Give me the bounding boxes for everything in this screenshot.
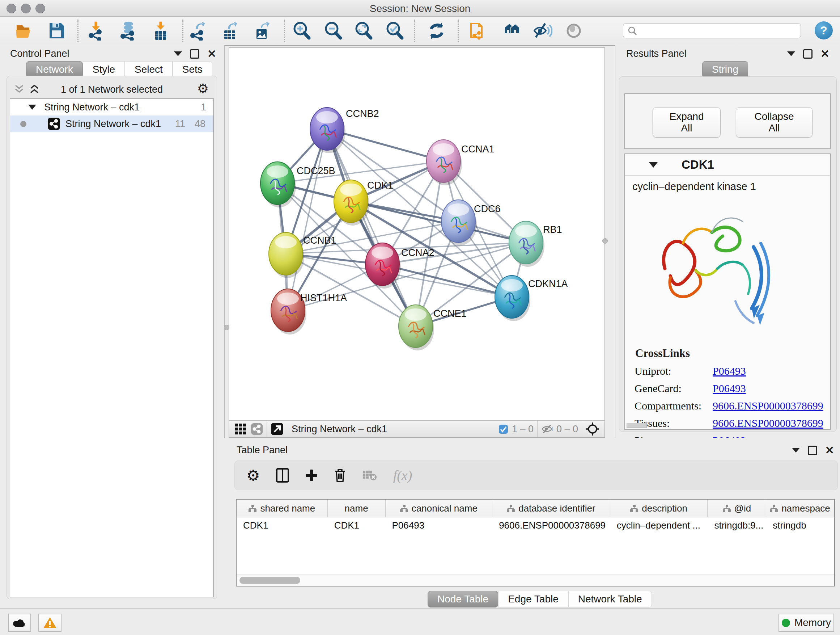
- refresh-icon[interactable]: [426, 20, 447, 41]
- table-hscrollbar[interactable]: [237, 575, 834, 586]
- column-header-description[interactable]: description: [610, 500, 708, 517]
- hide-selected-icon[interactable]: [532, 20, 553, 41]
- vertical-splitter-handle[interactable]: [602, 238, 608, 244]
- table-cell[interactable]: cyclin–dependent ...: [610, 517, 708, 533]
- panel-close-icon[interactable]: ✕: [207, 50, 216, 57]
- column-header-shared-name[interactable]: shared name: [237, 500, 328, 517]
- home-networks-icon[interactable]: [500, 20, 521, 41]
- table-cell[interactable]: stringdb: [766, 517, 834, 533]
- string-import-icon[interactable]: [468, 20, 489, 41]
- hscrollbar-thumb[interactable]: [240, 577, 300, 584]
- network-collection-row[interactable]: String Network – cdk1 1: [10, 99, 213, 116]
- memory-label: Memory: [794, 617, 831, 629]
- panel-menu-icon[interactable]: [174, 51, 182, 56]
- tab-string[interactable]: String: [702, 61, 748, 78]
- toolbar-divider: [284, 19, 285, 42]
- panel-float-icon[interactable]: [190, 49, 199, 59]
- table-cell[interactable]: CDK1: [237, 517, 328, 533]
- network-view[interactable]: CCNB2CCNA1CDC25BCDK1CDC6RB1CCNB1CCNA2CDK…: [229, 48, 605, 438]
- zoom-fit-icon[interactable]: [353, 20, 374, 41]
- vertical-splitter-handle[interactable]: [224, 325, 229, 330]
- birdseye-grid-icon[interactable]: [235, 423, 246, 435]
- cytoscape-window: Session: New Session: [0, 0, 840, 635]
- protein-card-header[interactable]: CDK1: [625, 154, 830, 176]
- zoom-out-icon[interactable]: [323, 20, 344, 41]
- crosslink-link[interactable]: P06493: [713, 382, 746, 394]
- delete-column-icon[interactable]: [334, 468, 346, 483]
- table-settings-gear-icon[interactable]: ⚙: [246, 467, 260, 485]
- tab-node-table[interactable]: Node Table: [428, 591, 498, 608]
- tab-network-table[interactable]: Network Table: [568, 591, 652, 608]
- network-node-ccna1[interactable]: [426, 140, 462, 185]
- network-node-ccnb2[interactable]: [310, 108, 346, 153]
- search-input[interactable]: [637, 25, 790, 37]
- birdseye-toggle-icon[interactable]: [586, 422, 600, 436]
- memory-button[interactable]: Memory: [778, 614, 834, 632]
- open-in-browser-icon[interactable]: [271, 423, 284, 435]
- tab-edge-table[interactable]: Edge Table: [498, 591, 568, 608]
- table-cell[interactable]: stringdb:9...: [707, 517, 766, 533]
- network-node-ccna2[interactable]: [365, 243, 401, 288]
- column-header-canonical-name[interactable]: canonical name: [386, 500, 493, 517]
- network-node-rb1[interactable]: [509, 221, 545, 267]
- warning-status-button[interactable]: [38, 614, 62, 632]
- crosslink-link[interactable]: 9606.ENSP00000378699: [713, 400, 823, 412]
- column-label: database identifier: [518, 503, 595, 514]
- title-bar: Session: New Session: [0, 0, 840, 17]
- panel-close-icon[interactable]: ✕: [821, 50, 829, 57]
- panel-menu-icon[interactable]: [787, 51, 795, 56]
- crosslink-label: Uniprot:: [635, 365, 713, 377]
- crosslink-link[interactable]: 9606.ENSP00000378699: [713, 417, 823, 429]
- network-graph[interactable]: CCNB2CCNA1CDC25BCDK1CDC6RB1CCNB1CCNA2CDK…: [229, 48, 605, 421]
- selected-checkbox-icon[interactable]: [499, 424, 508, 434]
- expand-all-button[interactable]: Expand All: [653, 107, 721, 138]
- import-network-database-icon[interactable]: [118, 20, 139, 41]
- show-all-icon[interactable]: [563, 20, 584, 41]
- add-column-icon[interactable]: [305, 469, 318, 482]
- table-row[interactable]: CDK1CDK1P064939606.ENSP00000378699cyclin…: [237, 517, 834, 533]
- network-row[interactable]: String Network – cdk1 11 48: [10, 116, 213, 132]
- network-node-cdk1[interactable]: [334, 180, 369, 226]
- export-table-icon[interactable]: [220, 20, 241, 41]
- string-style-icon[interactable]: [251, 423, 263, 435]
- column-header--id[interactable]: @id: [707, 500, 766, 517]
- tree-column-icon: [723, 505, 731, 512]
- zoom-in-icon[interactable]: [291, 20, 312, 41]
- export-image-icon[interactable]: [252, 20, 273, 41]
- collapse-all-button[interactable]: Collapse All: [736, 107, 813, 138]
- panel-float-icon[interactable]: [803, 49, 813, 59]
- crosslink-link[interactable]: P06493: [713, 365, 746, 377]
- panel-menu-icon[interactable]: [792, 448, 800, 453]
- node-label-hist1h1a: HIST1H1A: [300, 293, 347, 303]
- export-network-icon[interactable]: [188, 20, 209, 41]
- import-network-file-icon[interactable]: [86, 20, 107, 41]
- network-options-gear-icon[interactable]: ⚙: [197, 81, 209, 96]
- node-label-ccnb2: CCNB2: [346, 108, 379, 119]
- import-table-file-icon[interactable]: [150, 20, 171, 41]
- table-cell[interactable]: CDK1: [328, 517, 386, 533]
- network-node-cdkn1a[interactable]: [495, 276, 531, 321]
- open-session-icon[interactable]: [14, 20, 35, 41]
- zoom-selected-icon[interactable]: [384, 20, 405, 41]
- column-header-name[interactable]: name: [328, 500, 386, 517]
- help-icon[interactable]: ?: [815, 21, 833, 40]
- panel-float-icon[interactable]: [808, 446, 817, 455]
- collection-expand-icon[interactable]: [28, 105, 36, 110]
- panel-close-icon[interactable]: ✕: [825, 447, 834, 454]
- card-scrollbar-thumb[interactable]: [627, 423, 647, 428]
- tree-column-icon: [770, 505, 778, 512]
- column-header-database-identifier[interactable]: database identifier: [493, 500, 610, 517]
- collapse-protein-icon[interactable]: [649, 162, 658, 168]
- network-node-cdc6[interactable]: [441, 200, 477, 245]
- network-node-ccnb1[interactable]: [269, 233, 304, 278]
- save-session-icon[interactable]: [46, 20, 67, 41]
- table-cell[interactable]: P06493: [386, 517, 493, 533]
- results-panel-title: Results Panel: [626, 48, 687, 59]
- network-node-ccne1[interactable]: [399, 305, 434, 350]
- table-cell[interactable]: 9606.ENSP00000378699: [493, 517, 610, 533]
- network-name: String Network – cdk1: [65, 119, 161, 130]
- search-field[interactable]: [623, 23, 801, 38]
- column-header-namespace[interactable]: namespace: [766, 500, 834, 517]
- show-columns-icon[interactable]: [276, 468, 289, 483]
- cloud-status-button[interactable]: [8, 614, 31, 632]
